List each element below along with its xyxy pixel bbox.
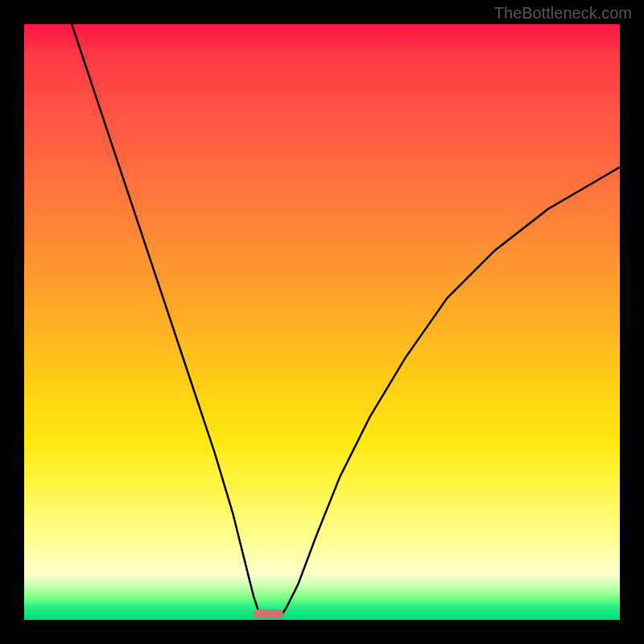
- curve-left: [72, 24, 262, 617]
- bottleneck-curve: [24, 24, 620, 620]
- watermark-text: TheBottleneck.com: [494, 4, 632, 23]
- curve-right: [280, 167, 620, 617]
- optimal-marker: [254, 609, 283, 618]
